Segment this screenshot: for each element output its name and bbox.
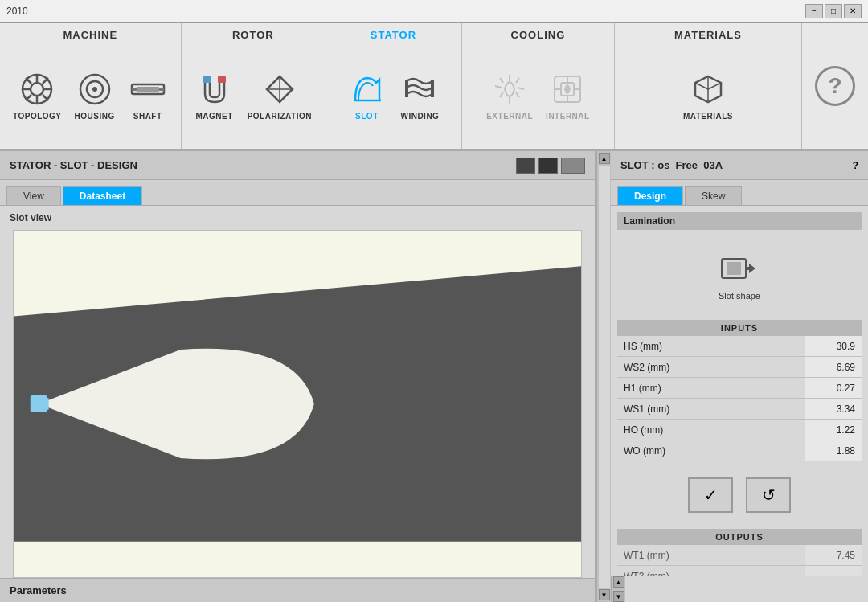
output-value-wt2 (805, 566, 862, 576)
svg-rect-16 (159, 88, 164, 91)
toolbar-item-housing[interactable]: HOUSING (75, 70, 115, 121)
input-value-hs[interactable] (805, 336, 862, 356)
topology-label: TOPOLOGY (13, 112, 62, 121)
winding-icon (400, 70, 439, 109)
inputs-header: INPUTS (617, 320, 862, 336)
svg-line-31 (495, 86, 502, 88)
magnet-icon (195, 70, 234, 109)
housing-label: HOUSING (75, 112, 115, 121)
view-btn-3[interactable] (561, 158, 585, 174)
toolbar-item-topology[interactable]: TOPOLOGY (13, 70, 62, 121)
toolbar-item-shaft[interactable]: SHAFT (128, 70, 168, 121)
stator-section-title: STATOR (371, 29, 416, 41)
materials-items: MATERIALS (683, 47, 733, 143)
housing-icon (76, 70, 114, 109)
stator-items: SLOT WINDING (346, 47, 440, 143)
outputs-section: OUTPUTS WT1 (mm) 7.45 WT2 (mm) WT (mm) (617, 529, 862, 576)
materials-section-title: MATERIALS (674, 29, 742, 41)
content-area: STATOR - SLOT - DESIGN View Datasheet Sl… (0, 151, 868, 602)
svg-point-1 (31, 83, 43, 96)
slot-shape-label: Slot shape (719, 291, 760, 301)
scroll-down[interactable]: ▼ (599, 589, 610, 600)
input-value-ho[interactable] (805, 420, 862, 440)
input-value-ws2[interactable] (805, 357, 862, 377)
toolbar-section-rotor: ROTOR MAGNET (182, 23, 326, 149)
shaft-icon (129, 70, 167, 109)
cooling-section-title: COOLING (511, 29, 566, 41)
help-button[interactable]: ? (815, 66, 855, 106)
input-value-h1[interactable] (805, 378, 862, 398)
slot-shape-icon[interactable] (720, 249, 759, 288)
input-value-wo[interactable] (805, 440, 862, 461)
input-value-ws1[interactable] (805, 399, 862, 419)
output-label-wt1: WT1 (mm) (617, 545, 805, 565)
tab-datasheet[interactable]: Datasheet (63, 186, 142, 205)
parameters-bar: Parameters (0, 578, 595, 602)
right-panel-header: SLOT : os_Free_03A ? (611, 151, 868, 180)
right-tabs-bar: Design Skew (611, 180, 868, 206)
toolbar-section-materials: MATERIALS MATERIALS (615, 23, 802, 149)
slot-label: SLOT (355, 112, 379, 121)
shaft-label: SHAFT (133, 112, 162, 121)
lamination-header: Lamination (617, 212, 862, 230)
svg-rect-17 (203, 76, 211, 83)
machine-items: TOPOLOGY HOUSING (13, 47, 168, 143)
parameters-label: Parameters (10, 584, 67, 596)
external-label: EXTERNAL (486, 112, 533, 121)
winding-label: WINDING (400, 112, 439, 121)
toolbar-item-polarization[interactable]: POLARIZATION (248, 70, 312, 121)
output-row-wt2: WT2 (mm) (617, 566, 862, 576)
confirm-button[interactable]: ✓ (688, 477, 733, 513)
svg-rect-44 (727, 262, 741, 275)
svg-line-30 (500, 92, 503, 97)
view-btn-1[interactable] (516, 158, 535, 174)
slot-canvas-container (13, 230, 582, 578)
right-panel-content: Lamination Slot shape INPUTS (611, 206, 868, 576)
slot-icon (347, 70, 386, 109)
polarization-label: POLARIZATION (248, 112, 312, 121)
materials-label: MATERIALS (683, 112, 733, 121)
toolbar-item-winding[interactable]: WINDING (399, 70, 440, 121)
maximize-button[interactable]: □ (825, 4, 842, 18)
main-toolbar: MACHINE TO (0, 23, 868, 151)
cooling-items: EXTERNAL INTERNAL (486, 47, 589, 143)
right-tab-design[interactable]: Design (617, 186, 683, 205)
magnet-label: MAGNET (196, 112, 233, 121)
input-label-ws1: WS1 (mm) (617, 399, 805, 419)
svg-line-29 (516, 78, 519, 83)
topology-icon (18, 70, 56, 109)
svg-line-8 (43, 78, 48, 84)
toolbar-section-cooling: COOLING EXTERNAL (462, 23, 615, 149)
toolbar-item-slot[interactable]: SLOT (346, 70, 387, 121)
svg-point-12 (92, 87, 97, 92)
right-tab-skew[interactable]: Skew (685, 186, 742, 205)
view-controls (516, 158, 585, 174)
svg-rect-42 (39, 398, 48, 410)
reset-button[interactable]: ↺ (746, 477, 791, 513)
tab-view[interactable]: View (6, 186, 61, 205)
right-panel-help[interactable]: ? (853, 160, 858, 171)
app-title: 2010 (6, 6, 28, 17)
input-row-ho: HO (mm) (617, 420, 862, 440)
close-button[interactable]: ✕ (844, 4, 862, 18)
inputs-section: INPUTS HS (mm) WS2 (mm) H1 (mm) WS1 (mm) (617, 320, 862, 461)
right-scroll-down[interactable]: ▼ (613, 591, 624, 602)
scroll-up[interactable]: ▲ (599, 153, 610, 164)
svg-line-9 (26, 95, 31, 100)
toolbar-item-materials[interactable]: MATERIALS (683, 70, 733, 121)
slot-canvas (14, 231, 581, 577)
input-label-h1: H1 (mm) (617, 378, 805, 398)
left-panel: STATOR - SLOT - DESIGN View Datasheet Sl… (0, 151, 596, 602)
view-btn-2[interactable] (538, 158, 558, 174)
minimize-button[interactable]: − (805, 4, 823, 18)
external-icon (490, 70, 529, 109)
svg-line-6 (26, 78, 31, 84)
right-panel-title: SLOT : os_Free_03A (620, 159, 723, 171)
output-label-wt2: WT2 (mm) (617, 566, 805, 576)
input-row-hs: HS (mm) (617, 336, 862, 357)
right-scroll-up[interactable]: ▲ (613, 576, 624, 588)
toolbar-section-stator: STATOR SLOT (326, 23, 462, 149)
output-value-wt1: 7.45 (805, 545, 862, 565)
toolbar-item-magnet[interactable]: MAGNET (194, 70, 235, 121)
machine-section-title: MACHINE (63, 29, 118, 41)
